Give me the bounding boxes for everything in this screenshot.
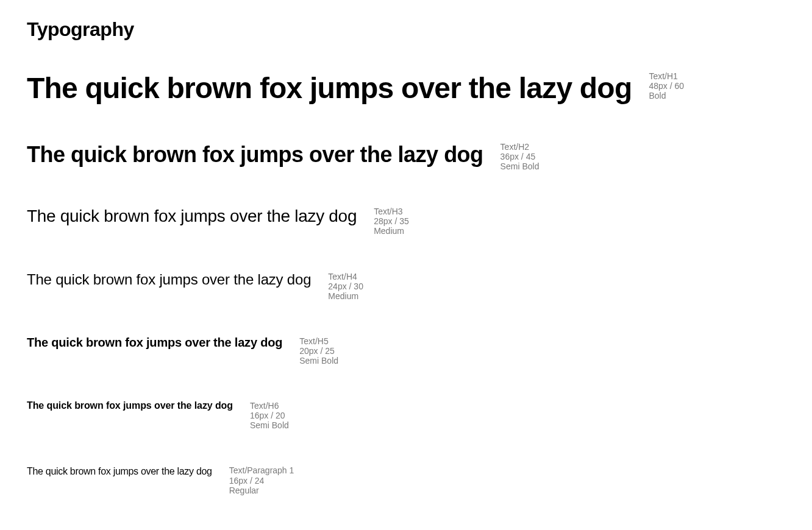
- type-row-h5: The quick brown fox jumps over the lazy …: [27, 335, 785, 366]
- type-row-h3: The quick brown fox jumps over the lazy …: [27, 205, 785, 236]
- style-size: 16px / 20: [250, 411, 289, 420]
- sample-h1: The quick brown fox jumps over the lazy …: [27, 70, 632, 107]
- type-row-p1: The quick brown fox jumps over the lazy …: [27, 464, 785, 495]
- style-weight: Medium: [328, 291, 363, 301]
- sample-h6: The quick brown fox jumps over the lazy …: [27, 400, 233, 412]
- meta-h2: Text/H2 36px / 45 Semi Bold: [500, 141, 540, 171]
- style-weight: Semi Bold: [299, 356, 338, 366]
- style-weight: Medium: [374, 226, 409, 236]
- sample-h3: The quick brown fox jumps over the lazy …: [27, 205, 357, 227]
- page-title: Typography: [27, 18, 785, 41]
- style-weight: Semi Bold: [500, 161, 540, 171]
- meta-p1: Text/Paragraph 1 16px / 24 Regular: [229, 464, 294, 495]
- sample-p1: The quick brown fox jumps over the lazy …: [27, 464, 212, 479]
- meta-h3: Text/H3 28px / 35 Medium: [374, 205, 409, 236]
- style-weight: Bold: [649, 91, 684, 101]
- type-row-h1: The quick brown fox jumps over the lazy …: [27, 70, 785, 107]
- style-size: 24px / 30: [328, 281, 363, 291]
- meta-h1: Text/H1 48px / 60 Bold: [649, 70, 684, 101]
- sample-h2: The quick brown fox jumps over the lazy …: [27, 141, 483, 168]
- style-name: Text/H6: [250, 401, 289, 411]
- meta-h5: Text/H5 20px / 25 Semi Bold: [299, 335, 338, 366]
- style-size: 16px / 24: [229, 476, 294, 486]
- sample-h4: The quick brown fox jumps over the lazy …: [27, 270, 311, 289]
- style-size: 48px / 60: [649, 81, 684, 91]
- style-size: 20px / 25: [299, 346, 338, 356]
- style-size: 28px / 35: [374, 216, 409, 226]
- style-name: Text/H3: [374, 207, 409, 216]
- style-name: Text/H1: [649, 71, 684, 81]
- type-row-h6: The quick brown fox jumps over the lazy …: [27, 400, 785, 430]
- style-weight: Semi Bold: [250, 420, 289, 430]
- sample-h5: The quick brown fox jumps over the lazy …: [27, 335, 282, 350]
- style-name: Text/H5: [299, 336, 338, 346]
- meta-h4: Text/H4 24px / 30 Medium: [328, 270, 363, 301]
- style-name: Text/Paragraph 1: [229, 465, 294, 475]
- meta-h6: Text/H6 16px / 20 Semi Bold: [250, 400, 289, 430]
- type-row-h4: The quick brown fox jumps over the lazy …: [27, 270, 785, 301]
- style-name: Text/H4: [328, 272, 363, 281]
- style-size: 36px / 45: [500, 152, 540, 161]
- style-weight: Regular: [229, 486, 294, 495]
- type-row-h2: The quick brown fox jumps over the lazy …: [27, 141, 785, 171]
- style-name: Text/H2: [500, 142, 540, 152]
